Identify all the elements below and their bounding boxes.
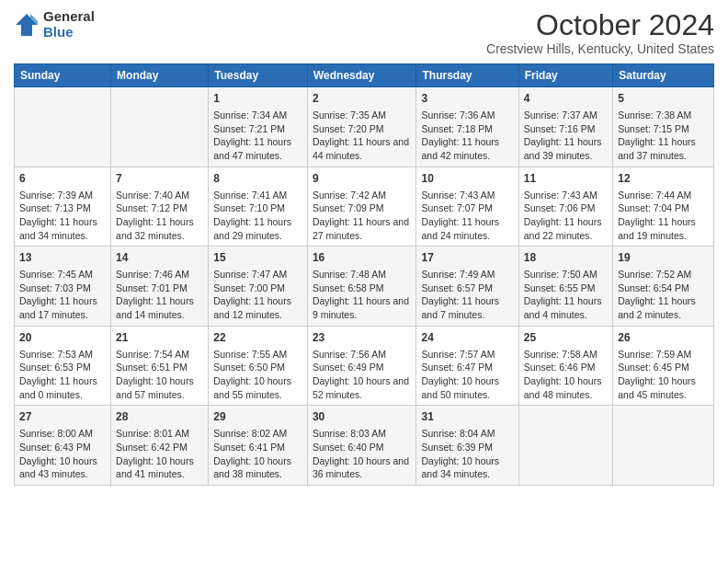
calendar-header: SundayMondayTuesdayWednesdayThursdayFrid… xyxy=(15,64,714,87)
day-number: 2 xyxy=(313,91,412,107)
day-info: Daylight: 11 hours and 0 minutes. xyxy=(19,374,106,401)
day-info: Sunset: 6:51 PM xyxy=(116,361,203,374)
calendar-cell: 9Sunrise: 7:42 AMSunset: 7:09 PMDaylight… xyxy=(307,167,416,247)
day-info: Sunset: 6:55 PM xyxy=(524,282,608,295)
title-area: October 2024 Crestview Hills, Kentucky, … xyxy=(486,9,714,56)
day-number: 31 xyxy=(421,409,513,425)
day-info: Sunset: 6:57 PM xyxy=(421,282,513,295)
header-monday: Monday xyxy=(111,64,209,87)
day-info: Sunset: 6:49 PM xyxy=(313,361,412,374)
day-info: Sunrise: 7:50 AM xyxy=(524,268,608,282)
week-row-3: 13Sunrise: 7:45 AMSunset: 7:03 PMDayligh… xyxy=(15,247,714,327)
day-info: Sunrise: 8:02 AM xyxy=(213,427,302,441)
day-info: Sunset: 7:10 PM xyxy=(213,201,302,215)
week-row-1: 1Sunrise: 7:34 AMSunset: 7:21 PMDaylight… xyxy=(15,87,714,167)
day-info: Sunrise: 7:43 AM xyxy=(524,189,608,202)
svg-marker-0 xyxy=(16,14,38,36)
calendar-cell: 4Sunrise: 7:37 AMSunset: 7:16 PMDaylight… xyxy=(518,87,612,167)
calendar-cell: 13Sunrise: 7:45 AMSunset: 7:03 PMDayligh… xyxy=(15,247,111,327)
day-info: Sunrise: 7:45 AM xyxy=(19,268,106,282)
day-number: 6 xyxy=(19,171,106,187)
day-info: Sunset: 7:09 PM xyxy=(313,201,412,215)
calendar-cell: 11Sunrise: 7:43 AMSunset: 7:06 PMDayligh… xyxy=(518,167,612,247)
calendar-cell xyxy=(15,87,111,167)
day-info: Daylight: 11 hours and 22 minutes. xyxy=(524,215,608,242)
calendar-cell: 17Sunrise: 7:49 AMSunset: 6:57 PMDayligh… xyxy=(416,247,518,327)
day-number: 19 xyxy=(618,250,709,266)
calendar-cell: 5Sunrise: 7:38 AMSunset: 7:15 PMDaylight… xyxy=(613,87,714,167)
calendar-cell: 14Sunrise: 7:46 AMSunset: 7:01 PMDayligh… xyxy=(111,247,209,327)
header-friday: Friday xyxy=(518,64,612,87)
calendar-cell: 7Sunrise: 7:40 AMSunset: 7:12 PMDaylight… xyxy=(111,167,209,247)
day-number: 4 xyxy=(524,91,608,107)
day-info: Daylight: 11 hours and 14 minutes. xyxy=(116,294,203,321)
day-info: Sunset: 6:46 PM xyxy=(524,361,608,374)
header-wednesday: Wednesday xyxy=(307,64,416,87)
calendar-cell: 1Sunrise: 7:34 AMSunset: 7:21 PMDaylight… xyxy=(209,87,308,167)
day-info: Daylight: 11 hours and 19 minutes. xyxy=(618,215,709,242)
calendar-cell: 28Sunrise: 8:01 AMSunset: 6:42 PMDayligh… xyxy=(111,406,209,486)
day-number: 24 xyxy=(421,330,513,346)
day-info: Daylight: 10 hours and 55 minutes. xyxy=(213,374,302,401)
logo: General Blue xyxy=(14,9,95,40)
day-info: Sunset: 7:20 PM xyxy=(313,122,412,136)
calendar-cell: 22Sunrise: 7:55 AMSunset: 6:50 PMDayligh… xyxy=(209,326,308,406)
calendar-cell xyxy=(518,406,612,486)
day-info: Daylight: 11 hours and 29 minutes. xyxy=(213,215,302,242)
day-info: Sunset: 6:45 PM xyxy=(618,361,709,374)
calendar-cell: 15Sunrise: 7:47 AMSunset: 7:00 PMDayligh… xyxy=(209,247,308,327)
day-info: Sunset: 6:43 PM xyxy=(19,441,106,454)
day-info: Daylight: 11 hours and 42 minutes. xyxy=(421,135,513,162)
subtitle: Crestview Hills, Kentucky, United States xyxy=(486,41,714,56)
day-info: Sunrise: 7:39 AM xyxy=(19,189,106,202)
day-info: Sunset: 6:42 PM xyxy=(116,441,203,454)
calendar-cell: 31Sunrise: 8:04 AMSunset: 6:39 PMDayligh… xyxy=(416,406,518,486)
calendar-cell: 3Sunrise: 7:36 AMSunset: 7:18 PMDaylight… xyxy=(416,87,518,167)
day-info: Sunset: 6:53 PM xyxy=(19,361,106,374)
calendar-cell: 26Sunrise: 7:59 AMSunset: 6:45 PMDayligh… xyxy=(613,326,714,406)
day-info: Sunrise: 7:43 AM xyxy=(421,189,513,202)
day-info: Sunset: 6:39 PM xyxy=(421,441,513,454)
header-sunday: Sunday xyxy=(15,64,111,87)
day-info: Daylight: 11 hours and 2 minutes. xyxy=(618,294,709,321)
day-info: Daylight: 11 hours and 24 minutes. xyxy=(421,215,513,242)
day-info: Sunset: 7:21 PM xyxy=(213,122,302,136)
day-info: Daylight: 11 hours and 47 minutes. xyxy=(213,135,302,162)
day-info: Sunrise: 7:59 AM xyxy=(618,348,709,362)
calendar-cell: 6Sunrise: 7:39 AMSunset: 7:13 PMDaylight… xyxy=(15,167,111,247)
day-info: Sunset: 6:41 PM xyxy=(213,441,302,454)
calendar-cell: 19Sunrise: 7:52 AMSunset: 6:54 PMDayligh… xyxy=(613,247,714,327)
day-number: 17 xyxy=(421,250,513,266)
day-info: Sunrise: 7:52 AM xyxy=(618,268,709,282)
day-number: 18 xyxy=(524,250,608,266)
day-info: Sunset: 6:40 PM xyxy=(313,441,412,454)
day-number: 12 xyxy=(618,171,709,187)
logo-icon xyxy=(14,12,40,38)
calendar-cell: 10Sunrise: 7:43 AMSunset: 7:07 PMDayligh… xyxy=(416,167,518,247)
day-number: 5 xyxy=(618,91,709,107)
day-info: Daylight: 11 hours and 27 minutes. xyxy=(313,215,412,242)
day-info: Daylight: 11 hours and 9 minutes. xyxy=(313,294,412,321)
calendar-cell: 25Sunrise: 7:58 AMSunset: 6:46 PMDayligh… xyxy=(518,326,612,406)
logo-text: General Blue xyxy=(43,9,95,40)
day-info: Sunrise: 7:56 AM xyxy=(313,348,412,362)
day-number: 11 xyxy=(524,171,608,187)
day-number: 1 xyxy=(213,91,302,107)
calendar-cell: 30Sunrise: 8:03 AMSunset: 6:40 PMDayligh… xyxy=(307,406,416,486)
day-info: Sunset: 6:58 PM xyxy=(313,282,412,295)
day-number: 8 xyxy=(213,171,302,187)
day-info: Daylight: 11 hours and 17 minutes. xyxy=(19,294,106,321)
day-number: 23 xyxy=(313,330,412,346)
day-info: Daylight: 10 hours and 36 minutes. xyxy=(313,454,412,481)
day-info: Sunrise: 7:53 AM xyxy=(19,348,106,362)
day-info: Sunrise: 7:35 AM xyxy=(313,109,412,122)
calendar-cell: 27Sunrise: 8:00 AMSunset: 6:43 PMDayligh… xyxy=(15,406,111,486)
day-info: Sunrise: 7:58 AM xyxy=(524,348,608,362)
day-number: 29 xyxy=(213,409,302,425)
day-info: Sunset: 7:06 PM xyxy=(524,201,608,215)
day-number: 7 xyxy=(116,171,203,187)
day-info: Sunset: 6:50 PM xyxy=(213,361,302,374)
calendar-cell: 16Sunrise: 7:48 AMSunset: 6:58 PMDayligh… xyxy=(307,247,416,327)
logo-blue-text: Blue xyxy=(43,25,95,40)
calendar-cell: 23Sunrise: 7:56 AMSunset: 6:49 PMDayligh… xyxy=(307,326,416,406)
